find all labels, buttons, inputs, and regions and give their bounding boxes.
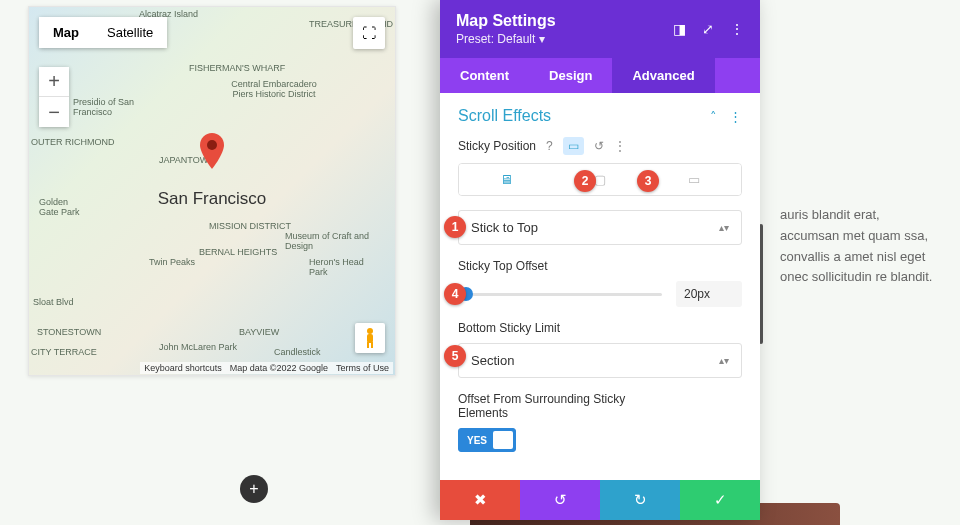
cancel-button[interactable]: ✖ — [440, 480, 520, 520]
map-label: Candlestick — [274, 347, 321, 357]
map-data-label: Map data ©2022 Google — [230, 363, 328, 373]
device-desktop-button[interactable]: 🖥 — [459, 164, 553, 195]
page-body-text: auris blandit erat, accumsan met quam ss… — [780, 205, 940, 288]
field-more-icon[interactable]: ⋮ — [614, 139, 626, 153]
bottom-limit-value: Section — [471, 353, 514, 368]
zoom-out-button[interactable]: − — [39, 97, 69, 127]
map-city-label: San Francisco — [158, 189, 267, 209]
tab-content[interactable]: Content — [440, 58, 529, 93]
svg-rect-2 — [367, 334, 373, 343]
map-marker-icon[interactable] — [200, 133, 224, 173]
annotation-4: 4 — [444, 283, 466, 305]
redo-button[interactable]: ↻ — [600, 480, 680, 520]
map-label: Museum of Craft and Design — [285, 231, 375, 251]
settings-panel: Map Settings Preset: Default ▾ ◨ ⤢ ⋮ Con… — [440, 0, 760, 520]
undo-button[interactable]: ↺ — [520, 480, 600, 520]
keyboard-shortcuts-link[interactable]: Keyboard shortcuts — [144, 363, 222, 373]
annotation-5: 5 — [444, 345, 466, 367]
reset-icon[interactable]: ↺ — [594, 139, 604, 153]
stick-to-top-select[interactable]: Stick to Top ▴▾ — [458, 210, 742, 245]
pegman-icon[interactable] — [355, 323, 385, 353]
help-icon[interactable]: ? — [546, 139, 553, 153]
annotation-3: 3 — [637, 170, 659, 192]
select-arrows-icon: ▴▾ — [719, 356, 729, 366]
map-type-toggle: Map Satellite — [39, 17, 167, 48]
svg-rect-3 — [367, 342, 369, 348]
map-label: Central Embarcadero Piers Historic Distr… — [229, 79, 319, 99]
sticky-offset-slider[interactable] — [458, 293, 662, 296]
zoom-control: + − — [39, 67, 69, 127]
svg-rect-4 — [371, 342, 373, 348]
tab-advanced[interactable]: Advanced — [612, 58, 714, 93]
map-attribution: Keyboard shortcuts Map data ©2022 Google… — [140, 362, 393, 374]
panel-header: Map Settings Preset: Default ▾ ◨ ⤢ ⋮ — [440, 0, 760, 58]
map-label: Heron's Head Park — [309, 257, 369, 277]
add-module-button[interactable]: + — [240, 475, 268, 503]
zoom-in-button[interactable]: + — [39, 67, 69, 97]
svg-point-0 — [207, 140, 217, 150]
map-label: Golden Gate Park — [39, 197, 89, 217]
section-title: Scroll Effects — [458, 107, 551, 125]
map-label: BAYVIEW — [239, 327, 279, 337]
section-header[interactable]: Scroll Effects ˄ ⋮ — [440, 93, 760, 131]
stick-to-top-value: Stick to Top — [471, 220, 538, 235]
offset-surrounding-toggle[interactable]: YES — [458, 428, 516, 452]
bottom-limit-label: Bottom Sticky Limit — [458, 321, 560, 335]
map-label: CITY TERRACE — [31, 347, 97, 357]
terms-link[interactable]: Terms of Use — [336, 363, 389, 373]
sticky-offset-value[interactable]: 20px — [676, 281, 742, 307]
more-icon[interactable]: ⋮ — [730, 21, 744, 37]
hover-toggle-icon[interactable]: ◨ — [673, 21, 686, 37]
map-label: FISHERMAN'S WHARF — [189, 63, 285, 73]
map-widget: Map Satellite ⛶ + − San Francisco Keyboa… — [28, 6, 396, 376]
map-label: Twin Peaks — [149, 257, 195, 267]
device-tablet-button[interactable]: ▢ — [553, 164, 647, 195]
device-toggle: 🖥 ▢ ▭ 2 3 — [458, 163, 742, 196]
map-type-satellite[interactable]: Satellite — [93, 17, 167, 48]
device-phone-button[interactable]: ▭ — [647, 164, 741, 195]
responsive-icon[interactable]: ▭ — [563, 137, 584, 155]
expand-icon[interactable]: ⤢ — [702, 21, 714, 37]
map-label: Presidio of San Francisco — [73, 97, 143, 117]
tabs: Content Design Advanced — [440, 58, 760, 93]
bottom-limit-select[interactable]: Section ▴▾ — [458, 343, 742, 378]
toggle-yes-label: YES — [459, 435, 487, 446]
map-type-map[interactable]: Map — [39, 17, 93, 48]
tab-design[interactable]: Design — [529, 58, 612, 93]
offset-surrounding-label: Offset From Surrounding Sticky Elements — [458, 392, 638, 420]
svg-point-1 — [367, 328, 373, 334]
select-arrows-icon: ▴▾ — [719, 223, 729, 233]
map-label: STONESTOWN — [37, 327, 101, 337]
panel-preset-dropdown[interactable]: Preset: Default ▾ — [456, 32, 556, 46]
save-button[interactable]: ✓ — [680, 480, 760, 520]
map-label: BERNAL HEIGHTS — [199, 247, 277, 257]
panel-footer: ✖ ↺ ↻ ✓ — [440, 480, 760, 520]
map-label: John McLaren Park — [159, 342, 237, 352]
sticky-top-offset-label: Sticky Top Offset — [458, 259, 548, 273]
panel-title: Map Settings — [456, 12, 556, 30]
map-label: Sloat Blvd — [33, 297, 74, 307]
fullscreen-button[interactable]: ⛶ — [353, 17, 385, 49]
sticky-position-label: Sticky Position — [458, 139, 536, 153]
annotation-2: 2 — [574, 170, 596, 192]
collapse-icon[interactable]: ˄ — [710, 109, 717, 124]
map-label: OUTER RICHMOND — [31, 137, 115, 147]
annotation-1: 1 — [444, 216, 466, 238]
panel-body: Sticky Position ? ▭ ↺ ⋮ 🖥 ▢ ▭ 2 3 1 Stic… — [440, 131, 760, 480]
section-more-icon[interactable]: ⋮ — [729, 109, 742, 124]
map-label: MISSION DISTRICT — [209, 221, 291, 231]
map-canvas[interactable]: Map Satellite ⛶ + − San Francisco Keyboa… — [29, 7, 395, 375]
